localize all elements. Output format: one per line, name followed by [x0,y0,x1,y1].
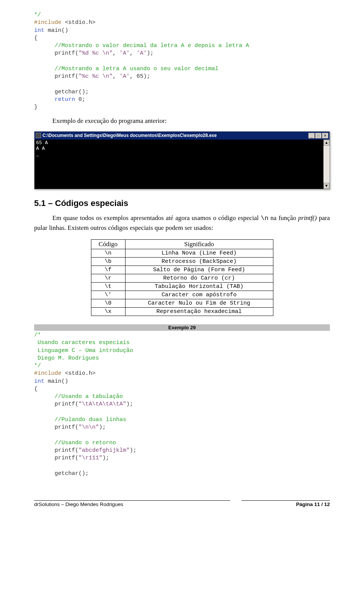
code-string: "\n\n" [78,424,99,431]
code-comment: //Pulando duas linhas [34,417,126,423]
close-button[interactable]: × [322,133,328,138]
terminal-window: C:\Documents and Settings\Diego\Meus doc… [34,131,330,189]
scroll-up-icon[interactable]: ▲ [323,140,329,146]
code-line: <stdio.h> [61,19,96,26]
table-header-row: Código Significado [91,240,273,249]
code-line: main() [44,27,68,34]
table-header-meaning: Significado [125,240,273,249]
table-row: \nLinha Nova (Line Feed) [91,249,273,258]
terminal-titlebar: C:\Documents and Settings\Diego\Meus doc… [35,132,329,140]
footer-rule-left [34,500,230,501]
code-line: printf( [34,424,78,431]
code-line: getchar(); [34,89,89,95]
table-row: \xRepresentação hexadecimal [91,308,273,316]
table-row: \tTabulação Horizontal (TAB) [91,283,273,291]
code-string: "\tA\tA\tA\tA" [78,401,126,407]
example-label-bar: Exemplo 29 [34,324,330,331]
code-string: "%c %c \n" [78,73,113,80]
code-line: */ [34,12,41,18]
code-line: } [34,104,38,110]
code-line: printf( [34,73,78,80]
code-comment: /* [34,332,41,338]
code-line: getchar(); [34,470,89,477]
code-string: "\r111" [78,455,102,461]
intro-paragraph: Em quase todos os exemplos apresentados … [34,214,330,233]
code-comment: Linguagem C – Uma introdução [34,347,133,354]
document-page: */ #include <stdio.h> int main() { //Mos… [0,0,364,522]
code-line: int [34,378,44,385]
table-header-code: Código [91,240,125,249]
table-row: \fSalto de Página (Form Feed) [91,266,273,274]
code-line: printf( [34,447,78,454]
code-line: printf( [34,455,78,461]
code-line: { [34,386,38,392]
code-comment: //Usando o retorno [34,440,116,446]
terminal-scrollbar[interactable]: ▲ ▼ [323,140,329,189]
table-row: \rRetorno do Carro (cr) [91,274,273,283]
scroll-track[interactable] [323,146,329,183]
footer-author: drSolutions – Diego Mendes Rodrigues [34,501,123,507]
terminal-title-text: C:\Documents and Settings\Diego\Meus doc… [42,133,217,138]
section-heading: 5.1 – Códigos especiais [34,198,330,208]
table-row: \'Caracter com apóstrofo [91,291,273,299]
code-comment: //Mostrando a letra A usando o seu valor… [34,66,218,72]
code-line: { [34,35,38,41]
table-row: \bRetrocesso (BackSpace) [91,258,273,266]
code-comment: Usando caracteres especiais [34,340,130,346]
code-line: int [34,27,44,34]
code-string: "abcdefghijklm" [78,447,130,454]
code-string: "%d %c \n" [78,50,113,57]
code-comment: */ [34,363,41,369]
code-line: #include [34,19,61,26]
code-block-top: */ #include <stdio.h> int main() { //Mos… [34,11,330,111]
code-line: return [34,96,75,103]
code-comment: //Mostrando o valor decimal da letra A e… [34,42,249,49]
minimize-button[interactable]: _ [308,133,315,138]
terminal-app-icon [36,133,41,138]
table-row: \0Caracter Nulo ou Fim de String [91,299,273,308]
page-footer: drSolutions – Diego Mendes Rodrigues Pág… [34,500,330,507]
exec-caption: Exemplo de execução do programa anterior… [34,116,330,126]
terminal-output: 65 A A A _ [35,140,323,189]
footer-page-number: Página 11 / 12 [296,501,330,507]
code-line: printf( [34,50,78,57]
code-line: printf( [34,401,78,407]
code-line: #include [34,370,61,377]
footer-rule-right [242,500,330,501]
codes-table-wrap: Código Significado \nLinha Nova (Line Fe… [34,239,330,316]
codes-table: Código Significado \nLinha Nova (Line Fe… [91,239,273,316]
scroll-down-icon[interactable]: ▼ [323,183,329,189]
code-block-bottom: /* Usando caracteres especiais Linguagem… [34,332,330,478]
code-comment: //Usando a tabulação [34,393,123,400]
maximize-button[interactable]: □ [315,133,322,138]
code-comment: Diego M. Rodrigues [34,355,99,362]
